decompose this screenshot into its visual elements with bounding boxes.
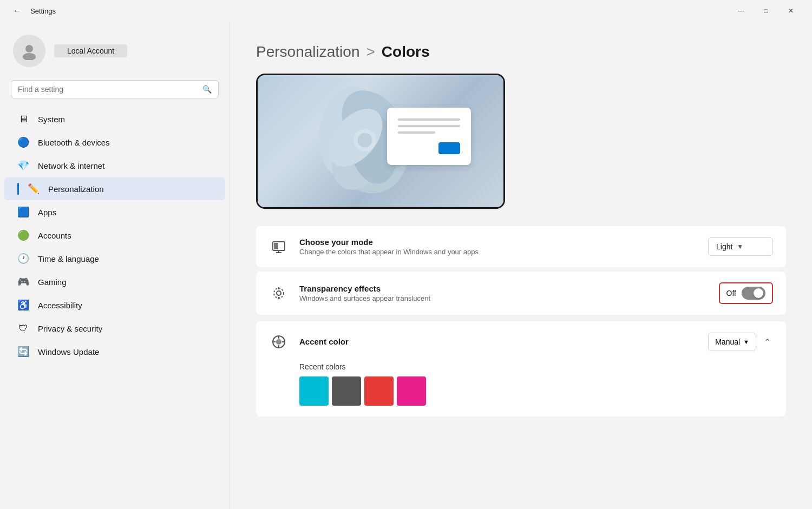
- sidebar-item-apps[interactable]: 🟦 Apps: [4, 201, 225, 223]
- accent-color-card: Accent color Manual ▼ ⌃ Recent colors: [256, 321, 786, 417]
- dialog-line-2: [398, 125, 460, 127]
- dialog-button: [438, 142, 460, 154]
- nav-label-gaming: Gaming: [38, 277, 67, 287]
- nav-label-bluetooth: Bluetooth & devices: [38, 138, 110, 147]
- personalization-icon: ✏️: [28, 183, 40, 195]
- dialog-line-1: [398, 118, 460, 121]
- svg-point-19: [276, 339, 281, 345]
- breadcrumb-current: Colors: [382, 43, 430, 61]
- nav-item-inner: ♿ Accessibility: [17, 299, 212, 311]
- nav-label-apps: Apps: [38, 208, 56, 217]
- close-button[interactable]: ✕: [778, 0, 803, 22]
- sidebar-item-network[interactable]: 💎 Network & internet: [4, 154, 225, 177]
- windows-update-icon: 🔄: [17, 346, 29, 358]
- nav-item-inner: 🕐 Time & language: [17, 253, 212, 265]
- maximize-button[interactable]: □: [754, 0, 778, 22]
- choose-mode-subtitle: Change the colors that appear in Windows…: [299, 248, 697, 256]
- time-icon: 🕐: [17, 253, 29, 265]
- breadcrumb-separator: >: [366, 43, 375, 61]
- svg-point-9: [358, 133, 372, 148]
- accent-color-controls: Manual ▼ ⌃: [708, 333, 773, 351]
- preview-dialog: [387, 108, 471, 165]
- accounts-icon: 🟢: [17, 229, 29, 241]
- accent-color-title: Accent color: [299, 337, 349, 346]
- accent-expand-button[interactable]: ⌃: [762, 335, 773, 349]
- sidebar-item-accounts[interactable]: 🟢 Accounts: [4, 224, 225, 247]
- minimize-button[interactable]: —: [729, 0, 754, 22]
- transparency-card: Transparency effects Windows and surface…: [256, 272, 786, 315]
- nav-label-accounts: Accounts: [38, 231, 71, 240]
- sidebar-item-accessibility[interactable]: ♿ Accessibility: [4, 294, 225, 316]
- settings-cards: Choose your mode Change the colors that …: [256, 226, 786, 417]
- nav-item-inner: 🟢 Accounts: [17, 229, 212, 241]
- back-button[interactable]: ←: [9, 4, 26, 18]
- svg-point-15: [277, 291, 281, 295]
- transparency-toggle-label: Off: [726, 289, 736, 298]
- nav-label-time: Time & language: [38, 254, 99, 263]
- nav-item-inner: ✏️ Personalization: [28, 183, 212, 195]
- preview-container: [256, 74, 505, 209]
- nav-item-inner: 🛡 Privacy & security: [17, 322, 212, 334]
- choose-mode-dropdown[interactable]: Light ▼: [708, 237, 773, 256]
- transparency-toggle[interactable]: [742, 287, 765, 300]
- apps-icon: 🟦: [17, 206, 29, 218]
- bluetooth-icon: 🔵: [17, 136, 29, 148]
- sidebar-item-privacy[interactable]: 🛡 Privacy & security: [4, 317, 225, 340]
- app-body: Local Account 🔍 🖥 System 🔵 Bluetooth & d…: [0, 22, 812, 509]
- nav-label-system: System: [38, 115, 65, 124]
- search-box[interactable]: 🔍: [11, 80, 219, 98]
- search-icon: 🔍: [202, 85, 212, 94]
- sidebar-item-bluetooth[interactable]: 🔵 Bluetooth & devices: [4, 131, 225, 154]
- main-content: Personalization > Colors: [230, 22, 812, 509]
- nav-label-network: Network & internet: [38, 161, 104, 170]
- toggle-knob: [754, 288, 763, 298]
- nav-label-accessibility: Accessibility: [38, 301, 82, 310]
- card-separator: [256, 317, 786, 319]
- svg-point-1: [23, 53, 36, 60]
- profile-name: Local Account: [54, 44, 127, 57]
- accent-color-icon: [269, 332, 289, 352]
- transparency-toggle-wrapper: Off: [719, 282, 773, 304]
- titlebar: ← Settings — □ ✕: [0, 0, 812, 22]
- color-swatch-pink[interactable]: [397, 376, 426, 406]
- privacy-icon: 🛡: [17, 322, 29, 334]
- window-controls: — □ ✕: [729, 0, 803, 22]
- system-icon: 🖥: [17, 113, 29, 125]
- dialog-line-3: [398, 131, 435, 134]
- svg-point-0: [25, 45, 33, 52]
- choose-mode-title: Choose your mode: [299, 237, 697, 247]
- nav-label-personalization: Personalization: [48, 184, 104, 194]
- sidebar-item-system[interactable]: 🖥 System: [4, 108, 225, 130]
- nav-item-inner: 🔵 Bluetooth & devices: [17, 136, 212, 148]
- nav-item-inner: 🟦 Apps: [17, 206, 212, 218]
- sidebar-item-gaming[interactable]: 🎮 Gaming: [4, 270, 225, 293]
- preview-wallpaper: [258, 75, 503, 207]
- accent-color-dropdown[interactable]: Manual ▼: [708, 333, 756, 351]
- color-swatches: [269, 376, 773, 406]
- sidebar-item-windows-update[interactable]: 🔄 Windows Update: [4, 340, 225, 363]
- nav-item-inner: 🔄 Windows Update: [17, 346, 212, 358]
- app-title: Settings: [30, 7, 56, 15]
- choose-mode-text: Choose your mode Change the colors that …: [299, 237, 697, 256]
- choose-mode-card: Choose your mode Change the colors that …: [256, 226, 786, 267]
- search-input[interactable]: [18, 85, 198, 94]
- gaming-icon: 🎮: [17, 276, 29, 288]
- accent-dropdown-down-icon: ▼: [743, 339, 749, 345]
- transparency-icon: [269, 283, 289, 303]
- transparency-control: Off: [719, 282, 773, 304]
- choose-mode-control: Light ▼: [708, 237, 773, 256]
- network-icon: 💎: [17, 160, 29, 171]
- color-swatch-dark-gray[interactable]: [332, 376, 361, 406]
- sidebar-profile: Local Account: [0, 22, 230, 76]
- accent-color-value: Manual: [715, 338, 740, 346]
- sidebar-item-personalization[interactable]: ✏️ Personalization: [4, 177, 225, 200]
- nav-item-inner: 🎮 Gaming: [17, 276, 212, 288]
- nav-list: 🖥 System 🔵 Bluetooth & devices 💎 Network…: [0, 107, 230, 363]
- color-swatch-teal[interactable]: [299, 376, 329, 406]
- nav-item-inner: 🖥 System: [17, 113, 212, 125]
- svg-rect-13: [274, 243, 278, 249]
- color-swatch-red[interactable]: [364, 376, 394, 406]
- breadcrumb-parent: Personalization: [256, 43, 359, 61]
- nav-label-privacy: Privacy & security: [38, 324, 102, 333]
- sidebar-item-time[interactable]: 🕐 Time & language: [4, 247, 225, 270]
